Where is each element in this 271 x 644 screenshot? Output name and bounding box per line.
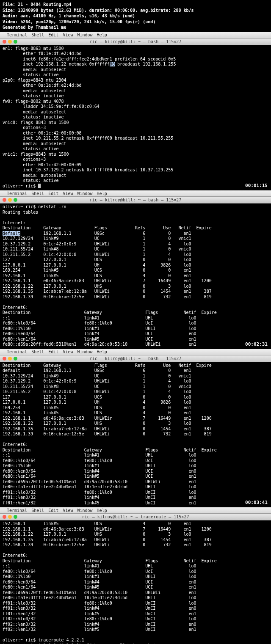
menu-window[interactable]: Window <box>77 33 92 37</box>
menu-terminal[interactable]: Terminal <box>7 33 27 37</box>
terminal-pane-4[interactable]: 192.168.1 link#5 UCS 4 0 en1 192.168.1.1… <box>0 520 271 644</box>
mac-menubar: TerminalShellEditViewWindowHelp <box>0 507 271 514</box>
window-titlebar[interactable]: ric — kilroy@bill: ~ — bash — 115×27 <box>0 39 271 45</box>
file-label: File: <box>3 2 15 7</box>
media-info-header: File: 21_-_0404_Routing.mp4 Size: 132409… <box>0 0 271 32</box>
generated-by: Generated by Thumbnail me <box>3 25 268 30</box>
size-bytes: 13240990 <box>18 8 38 13</box>
video-label: Video: <box>3 19 18 24</box>
timestamp: 00:01:15 <box>245 183 268 189</box>
terminal-pane-2[interactable]: oliver:~ ric$ netstat -rn Routing tables… <box>0 204 271 349</box>
menu-view[interactable]: View <box>63 33 73 37</box>
terminal-pane-3[interactable]: Destination Gateway Flags Refs Use Netif… <box>0 362 271 508</box>
window-titlebar[interactable]: ric — kilroy@bill: ~ — traceroute — 115×… <box>0 514 271 520</box>
window-titlebar[interactable]: ric — kilroy@bill: ~ — bash — 115×27 <box>0 355 271 362</box>
file-value: 21_-_0404_Routing.mp4 <box>18 2 71 7</box>
timestamp: 00:02:31 <box>245 341 268 347</box>
size-label: Size: <box>3 8 15 13</box>
menu-edit[interactable]: Edit <box>48 33 58 37</box>
audio-label: Audio: <box>3 14 18 18</box>
mac-menubar: Terminal Shell Edit View Window Help <box>0 32 271 39</box>
timestamp: 00:03:41 <box>245 500 268 506</box>
menu-shell[interactable]: Shell <box>31 33 44 37</box>
window-titlebar[interactable]: ric — kilroy@bill: ~ — bash — 115×27 <box>0 197 271 204</box>
window-title: ric — kilroy@bill: ~ — bash — 115×27 <box>0 39 271 44</box>
terminal-pane-1[interactable]: en1: flags=8863 mtu 1500 ether f8:1e:df:… <box>0 45 271 191</box>
mac-menubar: TerminalShellEditViewWindowHelp <box>0 349 271 355</box>
mac-menubar: TerminalShellEditViewWindowHelp <box>0 190 271 197</box>
menu-help[interactable]: Help <box>97 33 107 37</box>
